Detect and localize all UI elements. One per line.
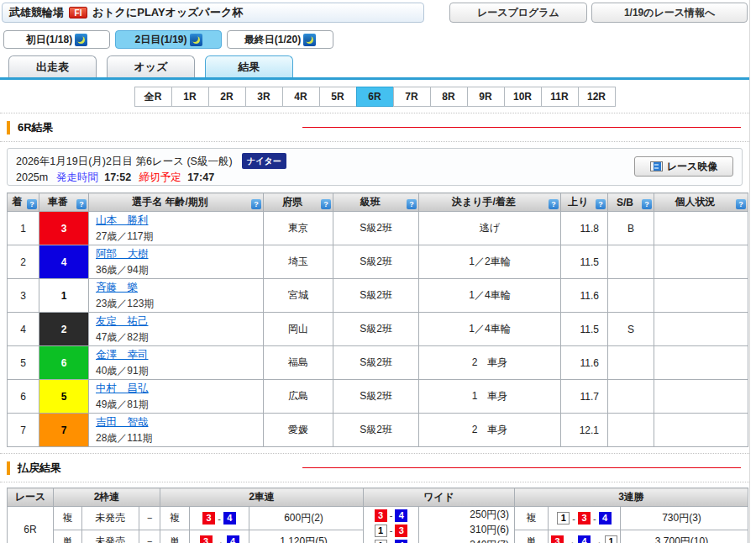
rider-name-link[interactable]: 吉田 智哉 (96, 416, 149, 428)
sb-cell (608, 380, 654, 414)
moon-icon (303, 34, 316, 46)
race-tab-4R[interactable]: 4R (282, 87, 320, 107)
day-tab-label: 初日(1/18) (26, 31, 72, 48)
wide-combos: 3-41-31-4 (364, 507, 419, 543)
help-icon[interactable]: ? (642, 199, 652, 209)
car-badge-3: 3 (551, 535, 564, 543)
payout-col-wakuren: 2枠連 (54, 488, 160, 507)
rider-cell: 金澤 幸司40歳／91期 (89, 346, 264, 380)
results-row: 31斉藤 樂23歳／123期宮城S級2班1／4車輪11.6 (8, 279, 748, 313)
results-header-row: 着?車番?選手名 年齢/期別?府県?級班?決まり手/着差?上り?S/B?個人状況… (8, 193, 748, 212)
tab-結果[interactable]: 結果 (205, 55, 293, 77)
race-tab-3R[interactable]: 3R (245, 87, 283, 107)
status-cell (654, 212, 748, 245)
status-cell (654, 346, 748, 380)
results-table: 着?車番?選手名 年齢/期別?府県?級班?決まり手/着差?上り?S/B?個人状況… (7, 192, 748, 447)
status-cell (654, 245, 748, 279)
wide-combo: 3-4 (364, 507, 418, 522)
results-row: 24阿部 大樹36歳／94期埼玉S級2班1／2車輪11.5 (8, 245, 748, 279)
race-info-line2: 2025m 発走時間 17:52 締切予定 17:47 (16, 170, 733, 185)
rider-name-link[interactable]: 阿部 大樹 (96, 248, 149, 260)
payout-table: レース 2枠連 2車連 ワイド 3連勝 6R 複 未発売 － 複 3-4 600… (7, 488, 748, 543)
day-tab[interactable]: 初日(1/18) (3, 30, 110, 49)
day-tab[interactable]: 2日目(1/19) (115, 30, 222, 49)
race-tab-1R[interactable]: 1R (171, 87, 209, 107)
combo-separator: - (390, 525, 393, 535)
class-cell: S級2班 (333, 212, 419, 245)
race-tab-7R[interactable]: 7R (393, 87, 431, 107)
col-header-label: 決まり手/着差 (452, 196, 516, 208)
rider-cell: 斉藤 樂23歳／123期 (89, 279, 264, 313)
waku-tan-label: 単 (54, 530, 82, 543)
tab-オッズ[interactable]: オッズ (107, 55, 195, 77)
race-info-link-button[interactable]: 1/19のレース情報へ (591, 3, 748, 23)
lap-time-cell: 11.6 (561, 279, 608, 313)
race-tab-8R[interactable]: 8R (430, 87, 468, 107)
car-badge-3: 3 (578, 512, 591, 525)
combo-separator: → (593, 536, 602, 543)
start-time-label: 発走時間 (56, 171, 98, 183)
combo-separator: - (572, 514, 575, 524)
margin-cell: 1／4車輪 (419, 313, 561, 346)
race-video-button[interactable]: レース映像 (634, 156, 733, 177)
rider-name-link[interactable]: 友定 祐己 (96, 315, 149, 327)
class-cell: S級2班 (333, 380, 419, 414)
race-tab-6R[interactable]: 6R (356, 87, 394, 107)
help-icon[interactable]: ? (251, 199, 261, 209)
help-icon[interactable]: ? (407, 199, 417, 209)
rider-name-link[interactable]: 中村 昌弘 (96, 382, 149, 394)
class-cell: S級2班 (333, 346, 419, 380)
prefecture-cell: 宮城 (264, 279, 333, 313)
col-header-label: S/B (617, 197, 633, 208)
car-badge-3: 3 (375, 509, 387, 522)
rider-name-link[interactable]: 金澤 幸司 (96, 349, 149, 361)
race-tab-12R[interactable]: 12R (578, 87, 616, 107)
car-badge-3: 3 (395, 525, 407, 537)
race-video-label: レース映像 (667, 161, 718, 172)
car-badge-4: 4 (223, 512, 236, 525)
race-tab-全R[interactable]: 全R (134, 87, 172, 107)
help-icon[interactable]: ? (76, 199, 87, 209)
car-badge-1: 1 (375, 525, 387, 537)
help-icon[interactable]: ? (736, 199, 746, 209)
race-tab-5R[interactable]: 5R (319, 87, 357, 107)
wide-combo: 1-4 (364, 537, 418, 543)
rider-name-link[interactable]: 山本 勝利 (96, 214, 149, 226)
help-icon[interactable]: ? (27, 199, 37, 209)
help-icon[interactable]: ? (549, 199, 559, 209)
help-icon[interactable]: ? (596, 199, 606, 209)
niren-fuku-label: 複 (160, 507, 190, 530)
status-cell (654, 279, 748, 313)
wide-payout: 310円(6) (419, 522, 509, 537)
sanren-fuku-combo: 1-3-4 (549, 507, 621, 530)
rider-age-period: 49歳／81期 (96, 398, 263, 412)
race-tab-9R[interactable]: 9R (467, 87, 505, 107)
rider-cell: 中村 昌弘49歳／81期 (89, 380, 264, 414)
race-tab-2R[interactable]: 2R (208, 87, 246, 107)
niren-fuku-payout: 600円(2) (249, 507, 364, 530)
prefecture-cell: 埼玉 (264, 245, 333, 279)
car-badge-4: 4 (599, 512, 612, 525)
results-col-header: 府県? (264, 193, 333, 212)
car-number-cell: 3 (39, 212, 89, 245)
margin-cell: 1／4車輪 (419, 279, 561, 313)
race-tab-11R[interactable]: 11R (541, 87, 579, 107)
tab-underline (0, 77, 749, 80)
niren-tan-combo: 3→4 (190, 530, 249, 543)
race-program-button[interactable]: レースプログラム (449, 3, 588, 23)
section-accent-bar (7, 121, 10, 134)
divider (0, 113, 749, 113)
day-tab[interactable]: 最終日(1/20) (227, 30, 333, 49)
combo-separator: - (218, 514, 221, 524)
rider-cell: 阿部 大樹36歳／94期 (89, 245, 264, 279)
close-time-label: 締切予定 (139, 171, 181, 183)
tab-出走表[interactable]: 出走表 (8, 55, 97, 77)
help-icon[interactable]: ? (321, 199, 331, 209)
car-badge-1: 1 (557, 512, 570, 525)
sb-cell (608, 414, 654, 447)
rider-name-link[interactable]: 斉藤 樂 (96, 282, 138, 293)
margin-cell: 1 車身 (419, 380, 561, 414)
col-header-label: 着 (13, 196, 23, 208)
rider-cell: 友定 祐己47歳／82期 (89, 313, 264, 346)
race-tab-10R[interactable]: 10R (504, 87, 542, 107)
